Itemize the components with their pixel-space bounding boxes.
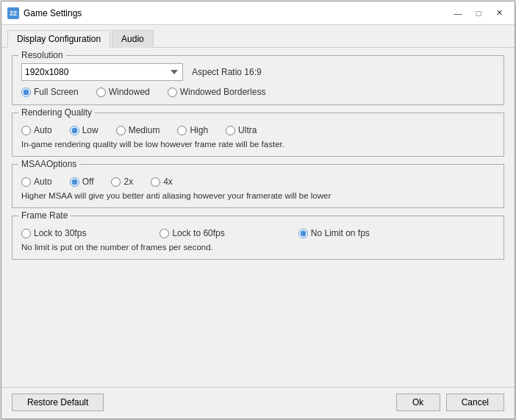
aspect-ratio-label: Aspect Ratio 16:9 (192, 67, 262, 77)
render-low-radio[interactable] (70, 126, 79, 135)
render-low-label: Low (82, 125, 98, 135)
render-ultra-radio[interactable] (226, 126, 235, 135)
fps-nolimit-label: No Limit on fps (311, 228, 370, 238)
render-auto-label: Auto (34, 125, 52, 135)
msaa-auto-option[interactable]: Auto (21, 177, 52, 187)
resolution-select[interactable]: 1920x1080 1280x720 2560x1440 3840x2160 (21, 63, 183, 81)
resolution-group-title: Resolution (18, 50, 66, 60)
render-low-option[interactable]: Low (70, 125, 98, 135)
resolution-row: 1920x1080 1280x720 2560x1440 3840x2160 A… (21, 63, 495, 81)
msaa-group: MSAAOptions Auto Off 2x (12, 164, 504, 208)
msaa-description: Higher MSAA will give you better anti al… (21, 191, 495, 200)
msaa-group-title: MSAAOptions (18, 159, 79, 169)
msaa-auto-label: Auto (34, 177, 52, 187)
windowed-label: Windowed (109, 87, 150, 97)
ok-button[interactable]: Ok (396, 394, 440, 411)
fps-nolimit-option[interactable]: No Limit on fps (298, 228, 370, 238)
rendering-group-title: Rendering Quality (18, 107, 95, 118)
fps-nolimit-radio[interactable] (298, 229, 308, 238)
cancel-button[interactable]: Cancel (446, 394, 504, 411)
render-auto-option[interactable]: Auto (21, 125, 52, 135)
minimize-button[interactable]: — (448, 6, 467, 21)
borderless-radio[interactable] (168, 88, 177, 97)
fps30-option[interactable]: Lock to 30fps (21, 228, 86, 238)
msaa-4x-label: 4x (163, 177, 173, 187)
borderless-option[interactable]: Windowed Borderless (168, 87, 266, 97)
msaa-2x-radio[interactable] (111, 177, 121, 187)
fullscreen-option[interactable]: Full Screen (21, 87, 79, 97)
msaa-off-radio[interactable] (70, 177, 79, 187)
restore-default-button[interactable]: Restore Default (12, 394, 104, 411)
fps60-radio[interactable] (160, 229, 169, 238)
rendering-description: In-game rendering quality will be low ho… (21, 140, 495, 149)
rendering-options-row: Auto Low Medium High (21, 125, 495, 149)
game-settings-window: 22 Game Settings — □ ✕ Display Configura… (1, 1, 515, 419)
fps30-label: Lock to 30fps (34, 228, 86, 238)
main-content: Resolution 1920x1080 1280x720 2560x1440 … (1, 48, 515, 387)
msaa-off-option[interactable]: Off (70, 177, 94, 187)
maximize-button[interactable]: □ (469, 6, 488, 21)
msaa-options-row: Auto Off 2x 4x Higher MSAA will (21, 177, 495, 200)
msaa-4x-radio[interactable] (151, 177, 160, 187)
render-high-option[interactable]: High (177, 125, 208, 135)
title-bar: 22 Game Settings — □ ✕ (1, 1, 515, 25)
window-title: Game Settings (24, 8, 448, 18)
framerate-description: No limit is put on the number of frames … (21, 243, 495, 252)
msaa-4x-option[interactable]: 4x (151, 177, 173, 187)
render-high-radio[interactable] (177, 126, 187, 135)
borderless-label: Windowed Borderless (180, 87, 266, 97)
tab-display[interactable]: Display Configuration (7, 30, 110, 48)
app-icon: 22 (7, 7, 19, 19)
windowed-option[interactable]: Windowed (96, 87, 150, 97)
fps60-label: Lock to 60fps (172, 228, 224, 238)
msaa-2x-option[interactable]: 2x (111, 177, 133, 187)
close-button[interactable]: ✕ (490, 6, 509, 21)
render-medium-option[interactable]: Medium (116, 125, 160, 135)
resolution-group: Resolution 1920x1080 1280x720 2560x1440 … (12, 55, 504, 105)
display-mode-row: Full Screen Windowed Windowed Borderless (21, 87, 495, 97)
windowed-radio[interactable] (96, 88, 106, 97)
framerate-radio-row: Lock to 30fps Lock to 60fps No Limit on … (21, 228, 495, 238)
footer: Restore Default Ok Cancel (1, 387, 515, 419)
window-controls: — □ ✕ (448, 6, 509, 21)
msaa-off-label: Off (82, 177, 94, 187)
msaa-2x-label: 2x (123, 177, 133, 187)
fullscreen-radio[interactable] (21, 88, 31, 97)
render-auto-radio[interactable] (21, 126, 31, 135)
rendering-group: Rendering Quality Auto Low Medium (12, 113, 504, 157)
tabs-bar: Display Configuration Audio (1, 25, 515, 48)
framerate-group-title: Frame Rate (18, 210, 71, 221)
footer-action-buttons: Ok Cancel (396, 394, 504, 411)
rendering-radio-row: Auto Low Medium High (21, 125, 495, 135)
msaa-auto-radio[interactable] (21, 177, 31, 187)
fullscreen-label: Full Screen (34, 87, 79, 97)
framerate-options-row: Lock to 30fps Lock to 60fps No Limit on … (21, 228, 495, 252)
render-medium-label: Medium (129, 125, 160, 135)
fps60-option[interactable]: Lock to 60fps (160, 228, 224, 238)
framerate-group: Frame Rate Lock to 30fps Lock to 60fps N… (12, 216, 504, 260)
render-ultra-option[interactable]: Ultra (226, 125, 257, 135)
render-ultra-label: Ultra (238, 125, 257, 135)
tab-audio[interactable]: Audio (112, 30, 154, 48)
fps30-radio[interactable] (21, 229, 31, 238)
msaa-radio-row: Auto Off 2x 4x (21, 177, 495, 187)
render-medium-radio[interactable] (116, 126, 126, 135)
render-high-label: High (190, 125, 208, 135)
